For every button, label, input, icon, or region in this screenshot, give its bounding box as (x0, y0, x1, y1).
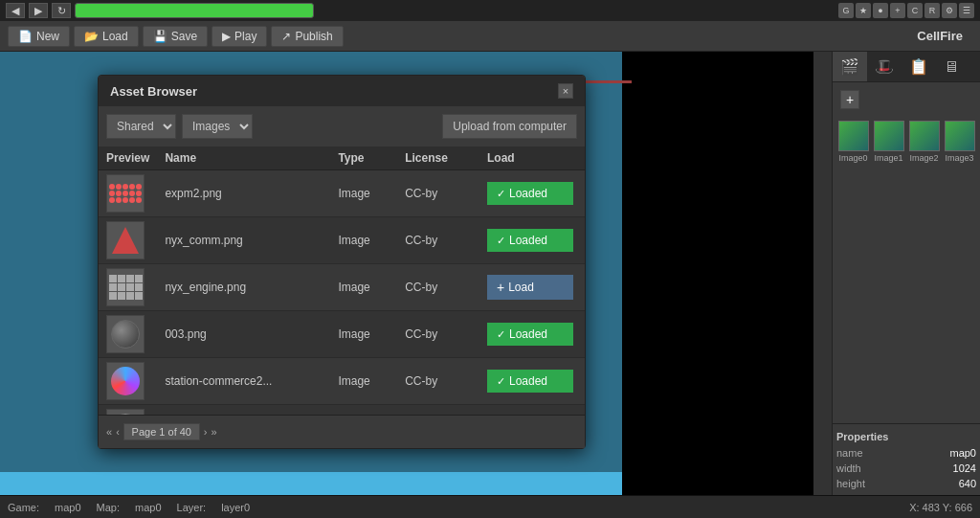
table-row: station-commerce2... Image CC-by ✓ Loade… (99, 358, 585, 405)
asset-browser-dialog: Asset Browser × Shared Images Upload fro… (98, 75, 586, 449)
prop-key: width (836, 462, 861, 474)
type-cell: Image (330, 217, 397, 264)
type-cell: Image (330, 358, 397, 405)
image-thumb (838, 121, 869, 151)
asset-table: Preview Name Type License Load expm2.png… (99, 146, 585, 415)
forward-button[interactable]: ▶ (29, 3, 48, 18)
page-prev-button[interactable]: ‹ (116, 426, 120, 438)
load-cell: ✓ Loaded (479, 170, 585, 217)
loaded-button[interactable]: ✓ Loaded (487, 182, 573, 205)
type-filter-select[interactable]: Images (182, 114, 253, 139)
play-button[interactable]: ▶ Play (212, 26, 267, 47)
browser-icons: G ★ ● + C R ⚙ ☰ (838, 3, 974, 18)
shared-filter-select[interactable]: Shared (106, 114, 176, 139)
name-cell: nyx_comm.png (157, 217, 330, 264)
license-cell: CC-by (397, 264, 479, 311)
modal-overlay: Asset Browser × Shared Images Upload fro… (0, 52, 683, 472)
name-cell: nyx_engine.png (157, 264, 330, 311)
table-row: nyx_comm.png Image CC-by ✓ Loaded (99, 217, 585, 264)
page-input[interactable] (123, 423, 200, 440)
status-layer-label: Layer: (177, 502, 207, 513)
page-next-button[interactable]: › (204, 426, 208, 438)
preview-cell (99, 311, 157, 358)
add-image-button[interactable]: + (840, 90, 859, 109)
tab-hat[interactable]: 🎩 (867, 52, 902, 81)
tab-monitor[interactable]: 🖥 (936, 52, 967, 81)
back-button[interactable]: ◀ (6, 3, 25, 18)
browser-icon-1: G (838, 3, 854, 18)
image-label: Image2 (909, 153, 938, 163)
properties-title: Properties (836, 428, 976, 445)
load-cell: ✓ Loaded (479, 311, 585, 358)
image-grid: Image0 Image1 Image2 Image3 (833, 117, 980, 167)
modal-close-button[interactable]: × (558, 83, 573, 99)
col-type: Type (330, 146, 397, 170)
browser-icon-7: ⚙ (942, 3, 957, 18)
status-game-value: map0 (55, 502, 81, 513)
page-last-button[interactable]: » (211, 426, 216, 438)
modal-header: Asset Browser × (99, 76, 585, 106)
type-cell: Image (330, 264, 397, 311)
right-panel: 🎬 🎩 📋 🖥 + Image0 Image1 Image2 Image3 Pr… (832, 52, 980, 495)
status-map-label: Map: (97, 502, 120, 513)
loaded-button[interactable]: ✓ Loaded (487, 229, 573, 252)
status-coords: X: 483 Y: 666 (909, 502, 972, 513)
status-game-label: Game: (8, 502, 39, 513)
name-cell: station-commerce2... (157, 358, 330, 405)
table-row: nyx_engine.png Image CC-by + Load (99, 264, 585, 311)
image-thumb (874, 121, 904, 151)
upload-button[interactable]: Upload from computer (442, 114, 577, 139)
prop-key: height (836, 478, 865, 489)
name-cell: 003.png (157, 311, 330, 358)
image-cell[interactable]: Image1 (872, 121, 905, 163)
asset-table-wrapper[interactable]: Preview Name Type License Load expm2.png… (99, 146, 585, 415)
col-license: License (397, 146, 479, 170)
table-row: 003.png Image CC-by ✓ Loaded (99, 311, 585, 358)
modal-toolbar: Shared Images Upload from computer (99, 106, 585, 146)
prop-key: name (836, 447, 863, 459)
save-button[interactable]: 💾 Save (143, 26, 208, 47)
pagination-bar: « ‹ › » (99, 415, 585, 448)
image-thumb (945, 121, 975, 151)
page-first-button[interactable]: « (106, 426, 112, 438)
new-button[interactable]: 📄 New (8, 26, 70, 47)
main-area: Asset Browser × Shared Images Upload fro… (0, 52, 980, 495)
preview-cell (99, 217, 157, 264)
canvas-area[interactable]: Asset Browser × Shared Images Upload fro… (0, 52, 832, 495)
browser-icon-3: ● (873, 3, 888, 18)
col-preview: Preview (99, 146, 157, 170)
status-layer-value: layer0 (221, 502, 250, 513)
url-bar[interactable] (75, 3, 314, 18)
table-row: 000.png Image CC-by + Load (99, 405, 585, 416)
browser-icon-4: + (890, 3, 905, 18)
load-cell: ✓ Loaded (479, 217, 585, 264)
reload-button[interactable]: ↻ (52, 3, 71, 18)
properties-row: width1024 (836, 461, 976, 476)
license-cell: CC-by (397, 405, 479, 416)
image-label: Image1 (874, 153, 902, 163)
tab-copy[interactable]: 📋 (902, 52, 936, 81)
license-cell: CC-by (397, 311, 479, 358)
tab-film[interactable]: 🎬 (833, 52, 867, 81)
name-cell: 000.png (157, 405, 330, 416)
preview-thumb (106, 409, 145, 415)
image-cell[interactable]: Image2 (907, 121, 941, 163)
loaded-button[interactable]: ✓ Loaded (487, 370, 573, 393)
browser-icon-8: ☰ (959, 3, 974, 18)
publish-button[interactable]: ↗ Publish (271, 26, 343, 47)
load-button-row[interactable]: + Load (487, 275, 573, 300)
license-cell: CC-by (397, 358, 479, 405)
add-btn-area: + (833, 82, 980, 117)
loaded-button[interactable]: ✓ Loaded (487, 323, 573, 346)
image-cell[interactable]: Image3 (943, 121, 976, 163)
load-button[interactable]: 📂 Load (74, 26, 139, 47)
preview-thumb (106, 268, 145, 306)
browser-icon-5: C (907, 3, 923, 18)
new-icon: 📄 (18, 30, 33, 43)
status-bar: Game: map0 Map: map0 Layer: layer0 X: 48… (0, 495, 980, 518)
image-cell[interactable]: Image0 (836, 121, 870, 163)
publish-icon: ↗ (281, 30, 291, 43)
browser-icon-2: ★ (856, 3, 871, 18)
load-cell: ✓ Loaded (479, 358, 585, 405)
preview-thumb (106, 315, 145, 353)
